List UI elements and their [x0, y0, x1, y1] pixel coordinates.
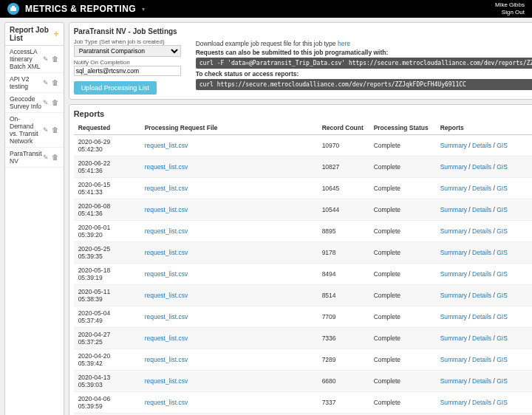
details-link[interactable]: Details [472, 356, 491, 363]
user-name[interactable]: Mike Gibbs [495, 1, 525, 9]
edit-icon[interactable]: ✎ [42, 99, 50, 106]
cell-reports: Summary / Details / GIS [436, 157, 532, 178]
table-row: 2020-05-04 05:37:49request_list.csv7709C… [74, 306, 532, 328]
cell-status: Complete [369, 306, 436, 328]
brand-title[interactable]: Metrics & Reporting [25, 4, 136, 14]
cell-requested: 2020-04-20 05:39:42 [74, 349, 140, 371]
cell-reports: Summary / Details / GIS [436, 178, 532, 199]
trash-icon[interactable]: 🗑 [52, 99, 59, 106]
trash-icon[interactable]: 🗑 [52, 154, 59, 161]
cell-count: 8895 [318, 221, 369, 242]
job-item-label: On-Demand vs. Transit Network [10, 115, 42, 145]
job-list: AccessLA Itinerary Batch XML✎🗑API V2 tes… [5, 46, 64, 168]
summary-link[interactable]: Summary [440, 335, 467, 342]
reports-table: Requested Processing Request File Record… [74, 121, 532, 415]
request-file-link[interactable]: request_list.csv [145, 227, 188, 235]
trash-icon[interactable]: 🗑 [52, 79, 59, 86]
notify-input[interactable] [74, 66, 181, 76]
summary-link[interactable]: Summary [440, 142, 467, 149]
table-row: 2020-04-06 05:39:59request_list.csv7337C… [74, 392, 532, 414]
job-actions: ✎🗑 [42, 154, 59, 161]
upload-button[interactable]: Upload Processing List [74, 81, 157, 95]
summary-link[interactable]: Summary [440, 399, 467, 406]
details-link[interactable]: Details [472, 292, 491, 299]
summary-link[interactable]: Summary [440, 227, 467, 235]
request-file-link[interactable]: request_list.csv [145, 313, 188, 320]
gis-link[interactable]: GIS [497, 399, 508, 406]
gis-link[interactable]: GIS [497, 163, 508, 171]
details-link[interactable]: Details [472, 185, 491, 192]
cell-count: 10827 [318, 157, 369, 178]
details-link[interactable]: Details [472, 377, 491, 385]
cell-reports: Summary / Details / GIS [436, 199, 532, 221]
edit-icon[interactable]: ✎ [42, 154, 50, 161]
sign-out-link[interactable]: Sign Out [495, 9, 525, 16]
request-file-link[interactable]: request_list.csv [145, 270, 188, 278]
cell-status: Complete [369, 392, 436, 414]
edit-icon[interactable]: ✎ [42, 55, 50, 63]
gis-link[interactable]: GIS [497, 292, 508, 299]
chevron-down-icon[interactable]: ▾ [142, 6, 145, 13]
summary-link[interactable]: Summary [440, 206, 467, 213]
cell-count: 7337 [318, 392, 369, 414]
cell-file: request_list.csv [140, 264, 318, 285]
job-type-select[interactable]: Paratransit Comparison [74, 45, 181, 57]
trash-icon[interactable]: 🗑 [52, 126, 59, 134]
gis-link[interactable]: GIS [497, 335, 508, 342]
edit-icon[interactable]: ✎ [42, 126, 50, 134]
details-link[interactable]: Details [472, 270, 491, 278]
request-file-link[interactable]: request_list.csv [145, 335, 188, 342]
sidebar-header: Report Job List + [5, 23, 64, 46]
cell-requested: 2020-05-11 05:38:39 [74, 285, 140, 306]
details-link[interactable]: Details [472, 399, 491, 406]
gis-link[interactable]: GIS [497, 185, 508, 192]
job-item[interactable]: Geocode Survey Info✎🗑 [5, 93, 64, 113]
gis-link[interactable]: GIS [497, 227, 508, 235]
summary-link[interactable]: Summary [440, 377, 467, 385]
check-status-text: To check status or access reports: [196, 70, 532, 78]
summary-link[interactable]: Summary [440, 270, 467, 278]
trash-icon[interactable]: 🗑 [52, 55, 59, 63]
summary-link[interactable]: Summary [440, 356, 467, 363]
request-file-link[interactable]: request_list.csv [145, 206, 188, 213]
gis-link[interactable]: GIS [497, 356, 508, 363]
summary-link[interactable]: Summary [440, 185, 467, 192]
cell-count: 8514 [318, 285, 369, 306]
add-job-icon[interactable]: + [54, 29, 59, 39]
request-file-link[interactable]: request_list.csv [145, 185, 188, 192]
request-file-link[interactable]: request_list.csv [145, 163, 188, 171]
job-item[interactable]: On-Demand vs. Transit Network✎🗑 [5, 113, 64, 148]
details-link[interactable]: Details [472, 206, 491, 213]
request-file-link[interactable]: request_list.csv [145, 142, 188, 149]
summary-link[interactable]: Summary [440, 292, 467, 299]
gis-link[interactable]: GIS [497, 270, 508, 278]
summary-link[interactable]: Summary [440, 313, 467, 320]
gis-link[interactable]: GIS [497, 377, 508, 385]
details-link[interactable]: Details [472, 313, 491, 320]
request-file-link[interactable]: request_list.csv [145, 292, 188, 299]
table-row: 2020-05-11 05:38:39request_list.csv8514C… [74, 285, 532, 306]
details-link[interactable]: Details [472, 163, 491, 171]
request-file-link[interactable]: request_list.csv [145, 249, 188, 256]
job-item[interactable]: API V2 testing✎🗑 [5, 73, 64, 93]
details-link[interactable]: Details [472, 335, 491, 342]
gis-link[interactable]: GIS [497, 206, 508, 213]
job-item[interactable]: ParaTransit NV✎🗑 [5, 148, 64, 168]
gis-link[interactable]: GIS [497, 142, 508, 149]
details-link[interactable]: Details [472, 227, 491, 235]
gis-link[interactable]: GIS [497, 313, 508, 320]
gis-link[interactable]: GIS [497, 249, 508, 256]
request-file-link[interactable]: request_list.csv [145, 356, 188, 363]
details-link[interactable]: Details [472, 142, 491, 149]
download-text: Download example job request file for th… [196, 40, 338, 47]
table-row: 2020-06-08 05:41:36request_list.csv10544… [74, 199, 532, 221]
cell-status: Complete [369, 221, 436, 242]
request-file-link[interactable]: request_list.csv [145, 399, 188, 406]
summary-link[interactable]: Summary [440, 249, 467, 256]
summary-link[interactable]: Summary [440, 163, 467, 171]
download-example-link[interactable]: here [338, 40, 350, 47]
edit-icon[interactable]: ✎ [42, 79, 50, 86]
request-file-link[interactable]: request_list.csv [145, 377, 188, 385]
job-item[interactable]: AccessLA Itinerary Batch XML✎🗑 [5, 46, 64, 73]
details-link[interactable]: Details [472, 249, 491, 256]
